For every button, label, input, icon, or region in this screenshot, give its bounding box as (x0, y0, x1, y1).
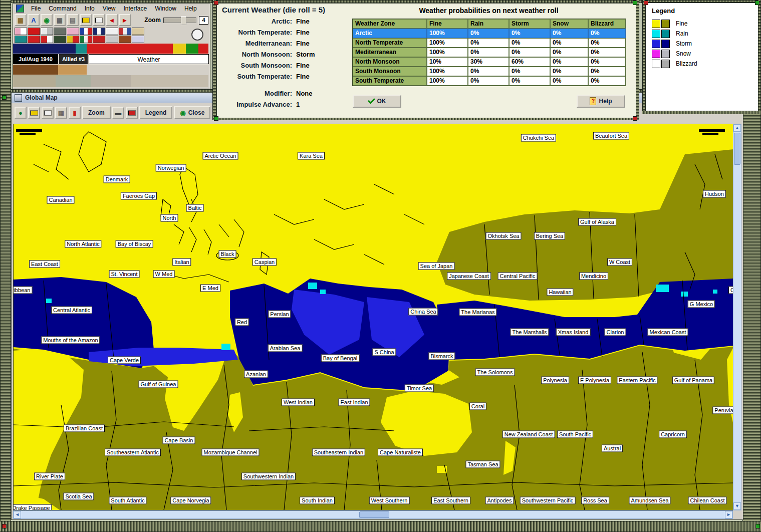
legend-items: FineRainStormSnowBlizzard (646, 19, 758, 69)
close-button[interactable]: ◉Close (174, 106, 210, 119)
rail-icon-glyph: ▬ (115, 110, 121, 116)
help-button[interactable]: ? Help (577, 95, 625, 108)
prob-zone-cell: North Monsoon (353, 57, 427, 67)
row2-flag-8[interactable] (106, 36, 118, 43)
highlight-flag-icon[interactable] (28, 107, 40, 119)
current-weather-row: South Temperate:Fine (221, 73, 310, 80)
menu-window[interactable]: Window (154, 5, 177, 13)
terrain-icon[interactable]: ▦ (15, 14, 27, 26)
weather-zone-name: Arctic: (221, 18, 292, 25)
row1-flag-7[interactable] (93, 28, 105, 35)
menu-file[interactable]: File (30, 5, 42, 13)
row1-flag-5[interactable] (67, 28, 79, 35)
row2-flag-9[interactable] (119, 36, 131, 43)
zoom-slider-handle[interactable] (181, 16, 186, 25)
counters-icon[interactable]: ▦ (55, 107, 67, 119)
ok-button[interactable]: OK (353, 95, 401, 108)
sea-zone-label: Xmas Island (556, 329, 591, 336)
circle-button[interactable] (191, 29, 203, 41)
forward-icon[interactable]: ► (119, 14, 131, 26)
weather-zone-value: Fine (296, 29, 310, 36)
thermometer-icon[interactable]: ▮ (69, 107, 81, 119)
white-flag-icon-glyph (95, 18, 102, 23)
white-flag-icon[interactable] (93, 14, 105, 26)
row1-flag-2[interactable] (28, 28, 40, 35)
globe-icon[interactable]: ◉ (41, 14, 53, 26)
prob-header-snow: Snow (550, 19, 588, 29)
map-vertical-scrollbar[interactable]: ▲ ▼ (733, 124, 741, 510)
prob-value-cell: 100% (427, 38, 468, 48)
taiwan-flag-icon[interactable] (126, 107, 138, 119)
row1-flag-6[interactable] (80, 28, 92, 35)
row2-flag-3[interactable] (41, 36, 53, 43)
menu-info[interactable]: Info (84, 5, 96, 13)
sea-zone-label: Cape Basin (163, 437, 195, 444)
horizontal-scroll-thumb[interactable] (359, 511, 389, 518)
rail-icon[interactable]: ▬ (112, 107, 124, 119)
prob-zone-cell: South Monsoon (353, 67, 427, 76)
back-icon[interactable]: ◄ (106, 14, 118, 26)
color-bar (198, 44, 208, 54)
sea-zone-label: East Coast (29, 260, 60, 268)
impulse-advance-label: Impulse Advance: (221, 101, 292, 108)
prob-value-cell: 100% (427, 29, 468, 38)
scroll-up-button[interactable]: ▲ (733, 124, 741, 132)
menu-command[interactable]: Command (48, 5, 77, 13)
weather-zone-value: Fine (296, 18, 310, 25)
units-icon[interactable]: ▤ (67, 14, 79, 26)
sea-zone-label: South Indian (300, 497, 335, 504)
row2-flag-7[interactable] (93, 36, 105, 43)
row2-flag-10[interactable] (132, 36, 144, 43)
row1-flag-3[interactable] (41, 28, 53, 35)
row2-flag-2[interactable] (28, 36, 40, 43)
hex-icon[interactable]: ● (15, 107, 27, 119)
menu-interface[interactable]: Interface (123, 5, 148, 13)
row1-flag-1[interactable] (15, 28, 27, 35)
scroll-left-button[interactable]: ◄ (14, 511, 21, 518)
frame-ornament (644, 1, 648, 5)
counters-icon[interactable]: ▦ (54, 14, 66, 26)
highlight-flag-icon[interactable] (80, 14, 92, 26)
prob-value-cell: 0% (468, 29, 509, 38)
legend-button[interactable]: Legend (139, 106, 173, 119)
map-horizontal-scrollbar[interactable]: ◄ ► (13, 510, 733, 519)
legend-swatch (661, 50, 670, 58)
world-map[interactable]: Chukchi SeaBeaufort SeaArctic OceanKara … (13, 124, 734, 510)
row1-flag-10[interactable] (132, 28, 144, 35)
sea-zone-label: Clarion (605, 329, 626, 336)
row2-flag-5[interactable] (67, 36, 79, 43)
row1-flag-4[interactable] (54, 28, 66, 35)
legend-item-snow: Snow (652, 49, 758, 59)
sea-zone-label: Persian (268, 311, 291, 318)
prob-value-cell: 30% (468, 57, 509, 67)
frame-ornament (633, 116, 637, 121)
prob-value-cell: 0% (588, 48, 626, 57)
sea-zone-label: Bismarck (428, 353, 455, 360)
main-toolbar: ▦A◉▦▤◄► Zoom 4 (13, 14, 210, 27)
color-bar (56, 75, 91, 87)
row1-flag-9[interactable] (119, 28, 131, 35)
frame-ornament (755, 524, 760, 528)
scroll-down-button[interactable]: ▼ (733, 502, 741, 510)
prob-header-fine: Fine (427, 19, 468, 29)
row2-flag-6[interactable] (80, 36, 92, 43)
white-flag-icon[interactable] (42, 107, 54, 119)
scroll-right-button[interactable]: ► (725, 511, 732, 518)
row2-flag-4[interactable] (54, 36, 66, 43)
legend-item-storm: Storm (652, 39, 758, 49)
vertical-scroll-thumb[interactable] (734, 133, 740, 165)
sea-zone-label: Bering Sea (534, 232, 565, 240)
zoom-slider[interactable] (163, 18, 196, 23)
text-icon[interactable]: A (28, 14, 40, 26)
zoom-button[interactable]: Zoom (82, 106, 111, 119)
sea-zone-label: Arabian Sea (268, 345, 303, 352)
prob-value-cell: 60% (509, 57, 550, 67)
sea-zone-label: The Marianas (459, 309, 496, 316)
sea-zone-label: Central Atlantic (51, 307, 92, 314)
row2-flag-1[interactable] (15, 36, 27, 43)
row1-flag-8[interactable] (106, 28, 118, 35)
prob-value-cell: 100% (427, 48, 468, 57)
menu-view[interactable]: View (102, 5, 117, 13)
sea-zone-label: The Solomons (475, 369, 515, 376)
menu-help[interactable]: Help (183, 5, 198, 13)
